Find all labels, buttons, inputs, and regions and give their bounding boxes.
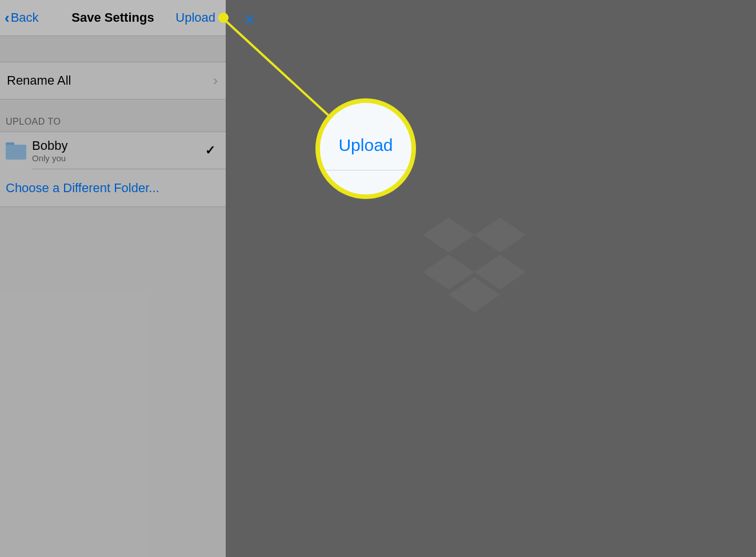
- callout-upload-label: Upload: [338, 136, 393, 155]
- folder-name: Bobby: [32, 138, 226, 153]
- rename-label: Rename All: [7, 73, 71, 88]
- back-label: Back: [11, 10, 39, 25]
- choose-folder-label: Choose a Different Folder...: [6, 181, 159, 196]
- choose-different-folder-button[interactable]: Choose a Different Folder...: [0, 169, 226, 207]
- svg-line-0: [223, 18, 342, 128]
- folder-icon: [6, 142, 26, 160]
- sidebar-header: ‹ Back Save Settings Upload: [0, 0, 226, 36]
- annotation-dot: [218, 13, 229, 23]
- page-title: Save Settings: [71, 10, 154, 25]
- back-button[interactable]: ‹ Back: [5, 9, 39, 27]
- upload-to-section-label: UPLOAD TO: [0, 100, 226, 132]
- chevron-left-icon: ‹: [5, 9, 10, 27]
- rename-all-row[interactable]: Rename All ›: [0, 62, 226, 100]
- dropbox-logo-icon: [423, 217, 526, 315]
- folder-sharing-status: Only you: [32, 153, 226, 163]
- upload-button[interactable]: Upload: [175, 10, 215, 25]
- chevron-right-icon: ›: [213, 73, 218, 89]
- destination-folder-row[interactable]: Bobby Only you ✓: [0, 132, 226, 169]
- annotation-callout: Upload: [315, 98, 416, 199]
- checkmark-icon: ✓: [205, 143, 215, 158]
